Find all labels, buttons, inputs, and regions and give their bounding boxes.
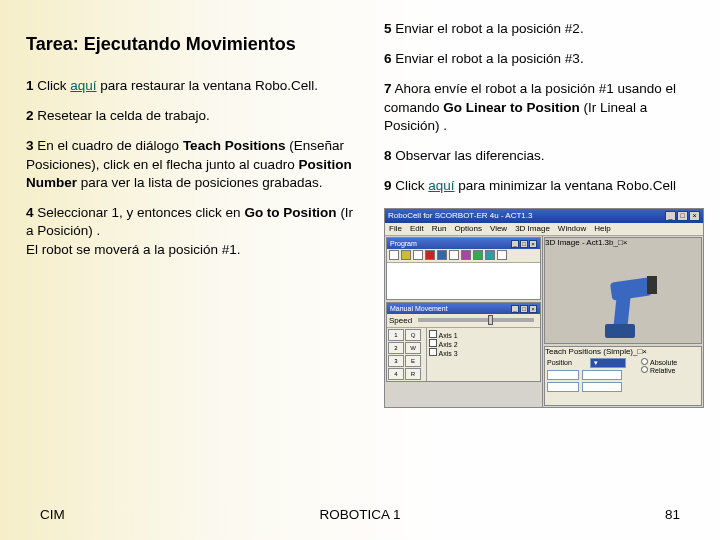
footer-left: CIM xyxy=(40,507,65,522)
robot-icon xyxy=(591,266,657,342)
slide-title: Tarea: Ejecutando Movimientos xyxy=(26,34,356,55)
window-buttons[interactable]: _□× xyxy=(664,211,700,221)
footer-center: ROBOTICA 1 xyxy=(319,507,400,522)
step-1: 1 Click aquí para restaurar la ventana R… xyxy=(26,77,356,95)
step-7: 7 Ahora envíe el robot a la posición #1 … xyxy=(384,80,704,135)
step-5: 5 Enviar el robot a la posición #2. xyxy=(384,20,704,38)
teach-inputs[interactable]: Position ▾ xyxy=(545,356,639,403)
minimize-link[interactable]: aquí xyxy=(428,178,454,193)
robocell-window: RoboCell for SCORBOT-ER 4u - ACT1.3 _□× … xyxy=(384,208,704,408)
graphic-display-panel: 3D Image - Act1.3b_□× xyxy=(544,237,702,344)
teach-positions-panel: Teach Positions (Simple)_□× Position ▾ A… xyxy=(544,346,702,406)
program-toolbar[interactable] xyxy=(387,249,540,263)
step-6: 6 Enviar el robot a la posición #3. xyxy=(384,50,704,68)
app-menubar[interactable]: FileEditRunOptionsView3D ImageWindowHelp xyxy=(385,223,703,236)
step-2: 2 Resetear la celda de trabajo. xyxy=(26,107,356,125)
step-4: 4 Seleccionar 1, y entonces click en Go … xyxy=(26,204,356,259)
step-3: 3 En el cuadro de diálogo Teach Position… xyxy=(26,137,356,192)
manual-movement-panel: Manual Movement_□× Speed 1Q 2W xyxy=(386,302,541,382)
app-titlebar: RoboCell for SCORBOT-ER 4u - ACT1.3 _□× xyxy=(385,209,703,223)
step-9: 9 Click aquí para minimizar la ventana R… xyxy=(384,177,704,195)
step-8: 8 Observar las diferencias. xyxy=(384,147,704,165)
program-panel: Program_□× xyxy=(386,237,541,300)
axis-buttons[interactable]: 1Q 2W 3E 4R xyxy=(388,329,425,380)
restore-link[interactable]: aquí xyxy=(70,78,96,93)
footer-right: 81 xyxy=(665,507,680,522)
slide-footer: CIM ROBOTICA 1 81 xyxy=(0,507,720,522)
